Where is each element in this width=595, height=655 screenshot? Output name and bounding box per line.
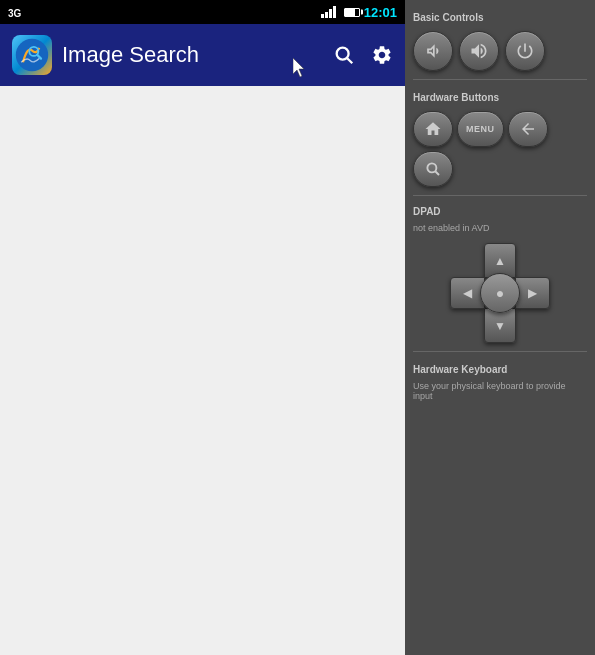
menu-label: MENU <box>466 124 495 134</box>
signal-bar-2 <box>325 12 328 18</box>
status-time: 12:01 <box>364 5 397 20</box>
volume-down-icon <box>423 41 443 61</box>
dpad-right-arrow: ▶ <box>528 287 537 299</box>
divider-1 <box>413 79 587 80</box>
volume-up-icon <box>469 41 489 61</box>
settings-button[interactable] <box>371 44 393 66</box>
search-icon <box>333 44 355 66</box>
network-indicator: 3G <box>8 8 21 19</box>
keyboard-label: Hardware Keyboard <box>413 364 587 375</box>
divider-2 <box>413 195 587 196</box>
hardware-buttons-row: MENU <box>413 111 587 187</box>
search-button[interactable] <box>333 44 355 66</box>
dpad-center-indicator: ● <box>496 285 504 301</box>
search-hw-button[interactable] <box>413 151 453 187</box>
android-device-panel: 3G 12:01 Image Search <box>0 0 405 655</box>
hardware-buttons-label: Hardware Buttons <box>413 92 587 103</box>
power-icon <box>515 41 535 61</box>
signal-bars <box>321 6 336 18</box>
emulator-controls-panel: Basic Controls Hardware Buttons <box>405 0 595 655</box>
menu-button[interactable]: MENU <box>457 111 504 147</box>
status-bar: 3G 12:01 <box>0 0 405 24</box>
battery-icon <box>344 8 360 17</box>
app-title: Image Search <box>62 42 323 68</box>
dpad-left-arrow: ◀ <box>463 287 472 299</box>
settings-icon <box>371 44 393 66</box>
svg-point-4 <box>427 163 436 172</box>
svg-line-3 <box>347 58 352 63</box>
app-bar-actions <box>333 44 393 66</box>
app-bar: Image Search <box>0 24 405 86</box>
signal-bar-3 <box>329 9 332 18</box>
divider-3 <box>413 351 587 352</box>
dpad-up-arrow: ▲ <box>494 255 506 267</box>
basic-controls-row <box>413 31 587 71</box>
app-logo-icon <box>14 37 50 73</box>
dpad-center-button[interactable]: ● <box>480 273 520 313</box>
dpad-container: ▲ ▼ ◀ ▶ ● <box>450 243 550 343</box>
back-button[interactable] <box>508 111 548 147</box>
dpad-down-arrow: ▼ <box>494 320 506 332</box>
signal-bar-4 <box>333 6 336 18</box>
svg-point-2 <box>337 48 349 60</box>
keyboard-sublabel: Use your physical keyboard to provide in… <box>413 381 587 401</box>
status-bar-left: 3G <box>8 3 317 21</box>
home-button[interactable] <box>413 111 453 147</box>
search-hw-icon <box>424 160 442 178</box>
dpad-label: DPAD <box>413 206 587 217</box>
svg-line-5 <box>435 171 439 175</box>
app-icon <box>12 35 52 75</box>
dpad-down-button[interactable]: ▼ <box>484 308 516 343</box>
volume-down-button[interactable] <box>413 31 453 71</box>
content-area <box>0 86 405 655</box>
power-button[interactable] <box>505 31 545 71</box>
dpad-right-button[interactable]: ▶ <box>515 277 550 309</box>
signal-bar-1 <box>321 14 324 18</box>
back-icon <box>519 120 537 138</box>
home-icon <box>424 120 442 138</box>
volume-up-button[interactable] <box>459 31 499 71</box>
basic-controls-label: Basic Controls <box>413 12 587 23</box>
dpad-sublabel: not enabled in AVD <box>413 223 587 233</box>
battery-fill <box>345 9 355 16</box>
